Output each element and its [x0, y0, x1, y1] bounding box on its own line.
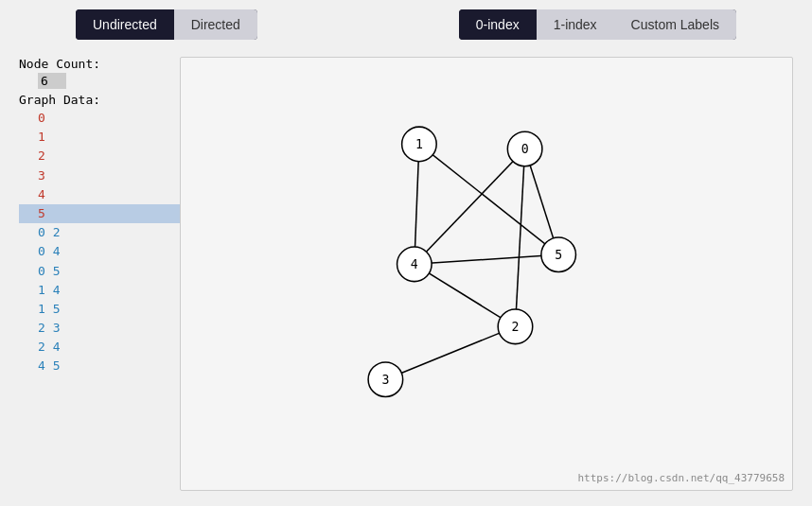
- graph-line: 0: [19, 109, 180, 128]
- graph-line: 4: [19, 185, 180, 204]
- graph-edge: [515, 148, 524, 326]
- graph-line: 0 4: [19, 242, 180, 261]
- one-index-button[interactable]: 1-index: [537, 9, 614, 40]
- node-count-label: Node Count:: [19, 57, 180, 71]
- graph-line: 2 4: [19, 338, 180, 357]
- left-panel: Node Count: Graph Data: 0123450 20 40 51…: [9, 49, 180, 498]
- svg-text:1: 1: [415, 137, 423, 151]
- graph-line: 1 5: [19, 300, 180, 319]
- svg-text:3: 3: [381, 373, 389, 387]
- graph-line: 1 4: [19, 281, 180, 300]
- graph-line: 2 3: [19, 319, 180, 338]
- graph-edge: [415, 144, 419, 264]
- graph-data-label: Graph Data:: [19, 93, 180, 107]
- zero-index-button[interactable]: 0-index: [459, 9, 537, 40]
- graph-line: 5: [19, 204, 180, 223]
- node-count-input[interactable]: [38, 73, 66, 89]
- graph-line: 2: [19, 147, 180, 166]
- graph-lines: 0123450 20 40 51 41 52 32 44 5: [19, 109, 180, 376]
- watermark: https://blog.csdn.net/qq_43779658: [577, 472, 785, 484]
- graph-edge: [415, 148, 525, 264]
- graph-node: 5: [541, 237, 576, 272]
- graph-node: 1: [402, 127, 437, 162]
- graph-type-toggle: Undirected Directed: [76, 9, 257, 40]
- svg-text:5: 5: [555, 248, 562, 262]
- index-type-toggle: 0-index 1-index Custom Labels: [459, 9, 736, 40]
- graph-line: 0 2: [19, 223, 180, 242]
- undirected-button[interactable]: Undirected: [76, 9, 174, 40]
- svg-text:2: 2: [511, 320, 519, 334]
- graph-edge: [415, 254, 558, 264]
- svg-text:0: 0: [521, 142, 529, 156]
- graph-node: 4: [397, 247, 432, 282]
- graph-node: 2: [498, 309, 533, 344]
- graph-edge: [385, 326, 515, 379]
- top-bar: Undirected Directed 0-index 1-index Cust…: [0, 0, 812, 49]
- graph-canvas: 012345 https://blog.csdn.net/qq_43779658: [180, 57, 793, 491]
- svg-text:4: 4: [411, 257, 418, 271]
- main-content: Node Count: Graph Data: 0123450 20 40 51…: [0, 49, 812, 498]
- graph-node: 0: [507, 131, 542, 166]
- graph-line: 3: [19, 166, 180, 185]
- custom-labels-button[interactable]: Custom Labels: [614, 9, 736, 40]
- graph-line: 1: [19, 128, 180, 147]
- directed-button[interactable]: Directed: [174, 9, 257, 40]
- graph-line: 0 5: [19, 262, 180, 281]
- graph-line: 4 5: [19, 357, 180, 375]
- graph-node: 3: [368, 362, 403, 397]
- graph-svg: 012345: [181, 58, 792, 490]
